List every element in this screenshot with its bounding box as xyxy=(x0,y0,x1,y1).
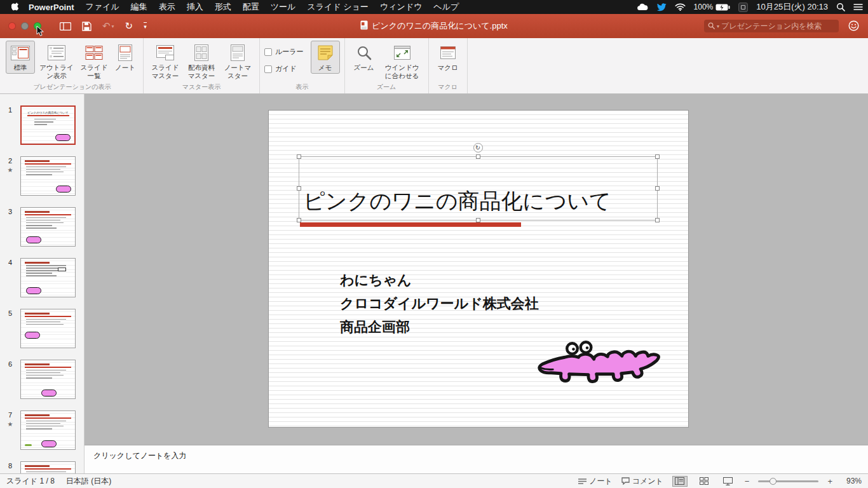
wifi-icon[interactable] xyxy=(675,3,686,11)
resize-handle-top-right[interactable] xyxy=(655,154,660,159)
window-document-title: ピンクのワニの商品化について.pptx xyxy=(372,20,508,32)
zoom-slider[interactable] xyxy=(758,480,818,482)
ribbon-group-macro: マクロ マクロ xyxy=(429,38,468,93)
subtitle-text-block[interactable]: わにちゃん クロコダイルワールド株式会社 商品企画部 xyxy=(340,268,539,339)
resize-handle-bottom-middle[interactable] xyxy=(476,218,480,222)
zoom-button[interactable]: ズーム xyxy=(349,41,379,74)
fit-to-window-button[interactable]: ウインドウに合わせる xyxy=(381,41,424,82)
notes-pane[interactable]: クリックしてノートを入力 xyxy=(85,445,868,473)
slide-number-4: 4 xyxy=(0,259,20,266)
battery-indicator[interactable]: 100% xyxy=(694,3,731,11)
slide-thumbnail-1[interactable]: ピンクのワニの商品化について xyxy=(20,105,76,145)
slide-thumbnail-3[interactable] xyxy=(20,207,76,247)
resize-handle-middle-left[interactable] xyxy=(297,186,301,191)
normal-view-button[interactable]: 標準 xyxy=(6,41,35,74)
menu-window[interactable]: ウィンドウ xyxy=(380,1,423,13)
mini-crocodile xyxy=(41,390,57,396)
pink-crocodile-drawing[interactable] xyxy=(536,337,667,394)
feedback-smiley-icon[interactable] xyxy=(848,20,859,34)
ribbon-group-presentation-views: 標準 アウトライン表示 スライド一覧 ノート プレゼンテーションの表示 xyxy=(1,38,144,93)
guides-checkbox[interactable]: ガイド xyxy=(264,64,304,74)
memo-button[interactable]: メモ xyxy=(311,41,340,74)
resize-handle-bottom-left[interactable] xyxy=(297,218,301,222)
mini-crocodile xyxy=(41,440,57,447)
slide-title-text[interactable]: ピンクのワニの商品化について xyxy=(303,187,611,216)
search-icon xyxy=(708,20,715,32)
slide-thumbnail-8[interactable] xyxy=(20,461,76,473)
slide-sorter-button[interactable]: スライド一覧 xyxy=(78,41,110,82)
zoom-percent-label[interactable]: 93% xyxy=(841,477,862,485)
zoom-out-button[interactable]: − xyxy=(745,477,750,486)
close-window-button[interactable] xyxy=(8,22,16,30)
slide-editor[interactable]: ↻ ピンクのワニの商品化について わにちゃん クロコダイルワールド株式会社 商品… xyxy=(269,111,688,427)
comments-toggle-button[interactable]: コメント xyxy=(621,476,663,487)
save-icon[interactable] xyxy=(82,22,92,31)
toggle-sidebar-icon[interactable] xyxy=(60,22,71,30)
third-party-app-icon[interactable] xyxy=(738,3,748,12)
normal-view-toggle[interactable] xyxy=(672,476,688,487)
resize-handle-top-left[interactable] xyxy=(297,154,301,159)
title-underline-bar[interactable] xyxy=(300,222,521,227)
mini-crocodile xyxy=(25,332,40,339)
menu-edit[interactable]: 編集 xyxy=(131,1,147,13)
slide-thumbnail-2[interactable] xyxy=(20,156,76,196)
apple-menu-icon[interactable] xyxy=(11,3,20,12)
menubar-app-name[interactable]: PowerPoint xyxy=(29,3,74,12)
macro-button[interactable]: マクロ xyxy=(433,41,463,74)
slideshow-small-icon xyxy=(723,477,733,485)
macos-menubar: PowerPoint ファイル 編集 表示 挿入 形式 配置 ツール スライド … xyxy=(0,0,868,14)
slide-thumbnail-7[interactable] xyxy=(20,410,76,450)
resize-handle-top-middle[interactable] xyxy=(476,154,480,159)
presentation-search-box[interactable]: ▾ xyxy=(704,20,839,32)
zoom-magnifier-icon xyxy=(356,43,372,62)
slide-master-button[interactable]: スライドマスター xyxy=(148,41,182,82)
resize-handle-middle-right[interactable] xyxy=(655,186,660,191)
slide-thumbnail-6[interactable] xyxy=(20,360,76,399)
notes-master-button[interactable]: ノートマスター xyxy=(220,41,255,82)
slideshow-view-toggle[interactable] xyxy=(721,476,736,487)
minimize-window-button[interactable] xyxy=(21,22,29,30)
zoom-in-button[interactable]: + xyxy=(827,477,832,486)
zoom-slider-thumb[interactable] xyxy=(770,478,776,485)
notes-toggle-button[interactable]: ノート xyxy=(578,476,613,487)
window-titlebar: ピンクのワニの商品化について.pptx ↶▾ ↻ ▾ ▾ xyxy=(0,14,868,38)
notes-master-icon xyxy=(231,43,245,62)
language-label[interactable]: 日本語 (日本) xyxy=(66,476,111,487)
slide-thumbnail-4[interactable] xyxy=(20,258,76,297)
title-placeholder[interactable]: ↻ ピンクのワニの商品化について xyxy=(299,156,658,220)
repeat-icon[interactable]: ↻ xyxy=(125,20,133,32)
handout-master-icon xyxy=(194,43,208,62)
slide-sorter-view-toggle[interactable] xyxy=(696,476,712,487)
thumbnail-preview xyxy=(21,160,75,175)
search-input[interactable] xyxy=(721,22,835,30)
spotlight-icon[interactable] xyxy=(836,3,845,11)
cloud-icon[interactable] xyxy=(637,3,648,11)
thumbnail-preview xyxy=(21,465,75,473)
notification-center-icon[interactable] xyxy=(853,3,863,11)
menu-help[interactable]: ヘルプ xyxy=(433,1,459,13)
slide-thumbnail-5[interactable] xyxy=(20,309,76,348)
handout-master-button[interactable]: 配布資料マスター xyxy=(184,41,219,82)
twitter-icon[interactable] xyxy=(656,3,667,11)
slide-number-8: 8 xyxy=(0,462,20,470)
notes-page-button[interactable]: ノート xyxy=(112,41,139,74)
notes-placeholder: クリックしてノートを入力 xyxy=(93,451,187,460)
menu-arrange[interactable]: 配置 xyxy=(243,1,259,13)
menu-format[interactable]: 形式 xyxy=(215,1,231,13)
battery-icon xyxy=(715,4,730,11)
fit-to-window-icon xyxy=(394,43,410,62)
menu-view[interactable]: 表示 xyxy=(159,1,175,13)
menu-slideshow[interactable]: スライド ショー xyxy=(307,1,368,13)
customize-toolbar-icon[interactable]: ▾ xyxy=(144,22,147,30)
undo-button[interactable]: ↶▾ xyxy=(102,20,114,32)
rotate-handle[interactable]: ↻ xyxy=(473,143,483,152)
slide-canvas[interactable]: ↻ ピンクのワニの商品化について わにちゃん クロコダイルワールド株式会社 商品… xyxy=(85,94,868,445)
outline-view-button[interactable]: アウトライン表示 xyxy=(37,41,76,82)
menu-insert[interactable]: 挿入 xyxy=(187,1,203,13)
resize-handle-bottom-right[interactable] xyxy=(655,218,660,222)
ruler-checkbox[interactable]: ルーラー xyxy=(264,47,304,57)
thumbnail-preview xyxy=(21,414,75,430)
menu-tools[interactable]: ツール xyxy=(271,1,296,13)
menubar-clock[interactable]: 10月25日(火) 20:13 xyxy=(756,1,828,13)
menu-file[interactable]: ファイル xyxy=(86,1,119,13)
